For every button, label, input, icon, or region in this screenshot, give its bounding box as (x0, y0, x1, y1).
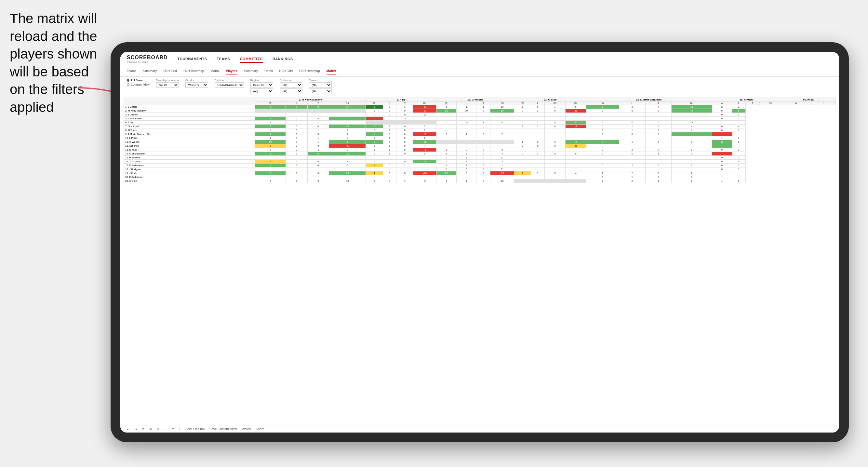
full-view-option[interactable]: Full View (127, 79, 150, 82)
conference-sub-select[interactable]: (All) (280, 89, 303, 94)
watch-button[interactable]: Watch (242, 427, 251, 431)
tab-h2h-heatmap2[interactable]: H2H Heatmap (299, 68, 320, 74)
division-select[interactable]: NCAA Division II (215, 82, 244, 88)
zoom-in-button[interactable]: ⊕ (149, 427, 152, 431)
gender-select[interactable]: Women's (185, 82, 208, 88)
table-row: 16. X Mcgaha 2 1 0 8 1 0 0 11 0 1 0 (124, 160, 836, 163)
cell (456, 136, 476, 140)
players-sub-select[interactable]: (All) (309, 89, 332, 94)
compact-view-radio[interactable] (127, 83, 129, 86)
nav-committee[interactable]: COMMITTEE (240, 56, 263, 63)
conference-select[interactable]: (All) (280, 82, 303, 88)
cell: 0 (514, 152, 531, 156)
cell: 2 (619, 172, 646, 175)
max-players-select[interactable]: Top 25 (156, 82, 179, 88)
cell: 0 (645, 163, 672, 167)
cell: 0 (436, 167, 456, 172)
cell: 1 (456, 179, 476, 183)
cell (672, 156, 712, 160)
zoom-out-button[interactable]: ⊟ (157, 427, 159, 431)
cell: 1 (456, 132, 476, 136)
tab-h2h-grid[interactable]: H2H Grid (163, 68, 177, 74)
player-name: 10. L Perini (124, 136, 255, 140)
cell: 0 (712, 167, 732, 172)
cell (413, 121, 436, 125)
cell: 1 (645, 179, 672, 183)
cell (732, 172, 746, 175)
cell (545, 136, 565, 140)
sub-t1: T (307, 102, 329, 105)
table-row: 15. H Stranda 0 2 0 11 (124, 156, 836, 160)
settings-button[interactable]: ⊙ (172, 427, 174, 431)
cell: 45 (672, 109, 712, 113)
tab-summary[interactable]: Summary (143, 68, 157, 74)
tab-h2h-heatmap[interactable]: H2H Heatmap (183, 68, 204, 74)
cell: 2 (255, 144, 286, 148)
cell: 18 (329, 125, 366, 128)
cell (545, 167, 565, 172)
redo-button[interactable]: ↪ (134, 427, 137, 431)
compact-view-option[interactable]: Compact View (127, 83, 150, 86)
tab-teams[interactable]: Teams (127, 68, 136, 74)
cell (514, 148, 531, 152)
player-name: 3. S Jelinek (124, 113, 255, 117)
nav-rankings[interactable]: RANKINGS (273, 56, 293, 63)
cell: 1 (383, 144, 397, 148)
cell: 1 (329, 132, 366, 136)
tab-detail[interactable]: Detail (265, 68, 273, 74)
tab-matrix[interactable]: Matrix (210, 68, 219, 74)
region-sub-select[interactable]: (All) (250, 89, 273, 94)
cell: 2 (514, 172, 531, 175)
cell: 1 (366, 140, 383, 144)
cell (329, 113, 366, 117)
table-row: 6. A Dy 7 0 1 11 0 14 1 4 (124, 121, 836, 125)
view-original-button[interactable]: View: Original (184, 427, 205, 431)
sub-w3: W (436, 102, 456, 105)
full-view-radio[interactable] (127, 79, 129, 82)
cell (586, 160, 619, 163)
cell: 1 (383, 128, 397, 132)
tab-matrix2[interactable]: Matrix (327, 68, 336, 74)
region-select[interactable]: East - DII (250, 82, 273, 88)
col-header-woods: 11. G Woods (436, 98, 514, 102)
cell: 0 (366, 109, 383, 113)
cell: -1 (366, 117, 383, 121)
cell (490, 136, 514, 140)
cell (645, 113, 672, 117)
cell: 1 (436, 105, 456, 109)
cell (476, 117, 490, 121)
share-button[interactable]: Share (256, 427, 265, 431)
cell: 0 (307, 179, 329, 183)
save-custom-view-button[interactable]: Save Custom View (210, 427, 237, 431)
cell: 1 (545, 105, 565, 109)
players-select[interactable]: (All) (309, 82, 332, 88)
cell (531, 148, 545, 152)
tab-h2h-grid2[interactable]: H2H Grid (279, 68, 293, 74)
cell: 0 (712, 128, 732, 132)
tab-players[interactable]: Players (226, 68, 238, 74)
table-row: 3. S Jelinek 0 2 0 17 (124, 113, 836, 117)
cell: 1 (436, 152, 456, 156)
refresh-button[interactable]: ⟳ (142, 427, 145, 431)
cell (545, 179, 565, 183)
sub-l3: L (456, 102, 476, 105)
cell: 1 (712, 179, 732, 183)
matrix-container[interactable]: 2. M Kelly Mulcahy 6. A Dy 11. G Woods 2… (120, 96, 839, 425)
undo-button[interactable]: ↩ (127, 427, 129, 431)
cell (531, 163, 545, 167)
cell (531, 113, 545, 117)
cell: 1 (531, 172, 545, 175)
cell (490, 175, 514, 179)
nav-tournaments[interactable]: TOURNAMENTS (178, 56, 207, 63)
cell: 0 (397, 172, 413, 175)
tab-summary2[interactable]: Summary (244, 68, 258, 74)
sub-w1: W (255, 102, 286, 105)
cell: 7 (383, 109, 397, 113)
cell: 3 (255, 163, 286, 167)
cell (456, 140, 476, 144)
nav-teams[interactable]: TEAMS (217, 56, 230, 63)
more-button[interactable]: ··· (164, 427, 167, 431)
sub-dif2: Dif (413, 102, 436, 105)
cell: 4 (672, 125, 712, 128)
cell: 0 (307, 125, 329, 128)
